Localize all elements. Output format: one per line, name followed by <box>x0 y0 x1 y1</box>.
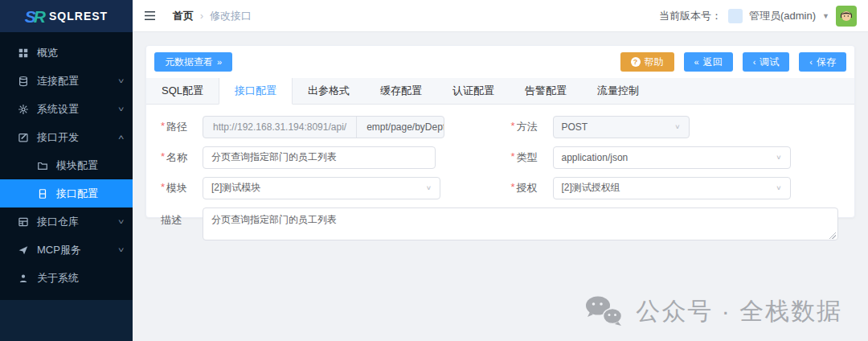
breadcrumb: 首页 › 修改接口 <box>173 9 252 23</box>
user-icon <box>18 273 29 284</box>
header-right: 当前版本号： 管理员(admin) ▼ <box>659 6 857 27</box>
module-field: *模块 [2]测试模块 ∨ <box>161 176 490 199</box>
watermark: 公众号 · 全栈数据 <box>583 294 842 328</box>
path-value[interactable]: empt/page/byDeptNo <box>357 117 444 138</box>
tab-traffic-control[interactable]: 流量控制 <box>582 78 654 104</box>
app-title: SQLREST <box>49 10 108 23</box>
sidebar-menu: 概览 连接配置 ˅ 系统设置 ˅ 接口开发 <box>0 32 133 300</box>
avatar[interactable] <box>836 6 857 27</box>
tab-sql-config[interactable]: SQL配置 <box>146 78 219 104</box>
tab-alert-config[interactable]: 告警配置 <box>510 78 582 104</box>
question-icon: ? <box>631 57 641 67</box>
sidebar-item-connections[interactable]: 连接配置 ˅ <box>0 67 133 95</box>
breadcrumb-separator: › <box>200 10 203 22</box>
send-icon <box>18 244 29 256</box>
path-input[interactable]: http://192.168.31.194:8091/api/ empt/pag… <box>203 116 444 138</box>
sidebar-item-label: 接口仓库 <box>37 215 79 229</box>
sidebar-item-label: 接口开发 <box>37 130 79 145</box>
card-toolbar: 元数据查看» ?帮助 «返回 ‹调试 ‹保存 <box>146 46 854 72</box>
required-mark: * <box>161 181 165 195</box>
gear-icon <box>18 104 29 115</box>
archive-icon <box>18 216 29 228</box>
sidebar-item-label: MCP服务 <box>37 243 81 257</box>
module-label: 模块 <box>166 181 187 195</box>
method-select[interactable]: POST ∨ <box>553 116 690 138</box>
description-field: 描述 分页查询指定部门的员工列表 <box>161 207 840 243</box>
api-config-form: *路径 http://192.168.31.194:8091/api/ empt… <box>146 105 854 254</box>
description-textarea[interactable]: 分页查询指定部门的员工列表 <box>203 207 838 240</box>
metadata-view-button[interactable]: 元数据查看» <box>154 52 232 72</box>
logo-monogram-icon: SR <box>25 8 43 25</box>
config-tabs: SQL配置 接口配置 出参格式 缓存配置 认证配置 告警配置 流量控制 <box>146 78 854 105</box>
tab-cache-config[interactable]: 缓存配置 <box>365 78 437 104</box>
version-badge <box>728 9 743 23</box>
chevron-down-icon: ˅ <box>118 246 124 254</box>
caret-down-icon: ∨ <box>776 184 781 191</box>
tab-output-format[interactable]: 出参格式 <box>293 78 365 104</box>
sidebar-item-label: 概览 <box>37 46 58 60</box>
folder-icon <box>37 160 48 171</box>
auth-select[interactable]: [2]测试授权组 ∨ <box>553 177 791 199</box>
sidebar-item-system-settings[interactable]: 系统设置 ˅ <box>0 95 133 123</box>
type-field: *类型 application/json ∨ <box>511 146 841 169</box>
type-label: 类型 <box>517 150 538 165</box>
sidebar-item-module-config[interactable]: 模块配置 <box>0 151 133 179</box>
file-icon <box>37 188 48 199</box>
caret-down-icon: ∨ <box>426 184 432 191</box>
sidebar: SR SQLREST 概览 连接配置 ˅ 系统设置 <box>0 0 133 341</box>
watermark-text: 公众号 · 全栈数据 <box>636 295 842 328</box>
caret-down-icon: ▼ <box>822 12 829 20</box>
grid-icon <box>18 47 29 59</box>
auth-value: [2]测试授权组 <box>562 181 620 195</box>
type-value: application/json <box>562 152 628 163</box>
debug-button[interactable]: ‹调试 <box>743 52 790 72</box>
tab-auth-config[interactable]: 认证配置 <box>437 78 510 104</box>
tab-api-config[interactable]: 接口配置 <box>219 78 293 105</box>
double-arrow-right-icon: » <box>217 58 222 67</box>
path-field: *路径 http://192.168.31.194:8091/api/ empt… <box>161 115 490 138</box>
sidebar-item-api-config[interactable]: 接口配置 <box>0 179 133 207</box>
double-arrow-left-icon: « <box>694 58 699 67</box>
name-field: *名称 <box>161 146 490 169</box>
sidebar-item-label: 接口配置 <box>56 187 98 201</box>
auth-field: *授权 [2]测试授权组 ∨ <box>511 176 841 199</box>
wechat-icon <box>583 294 624 328</box>
name-label: 名称 <box>166 150 187 165</box>
api-edit-card: 元数据查看» ?帮助 «返回 ‹调试 ‹保存 <box>145 45 855 218</box>
method-field: *方法 POST ∨ <box>511 115 841 138</box>
arrow-left-icon: ‹ <box>753 58 756 67</box>
caret-down-icon: ∨ <box>674 123 680 130</box>
sidebar-item-api-repo[interactable]: 接口仓库 ˅ <box>0 207 133 236</box>
user-menu-label[interactable]: 管理员(admin) <box>749 9 816 23</box>
required-mark: * <box>511 150 515 165</box>
collapse-sidebar-icon[interactable] <box>139 6 160 27</box>
version-label: 当前版本号： <box>659 9 722 23</box>
required-mark: * <box>511 181 515 195</box>
description-label: 描述 <box>161 213 182 243</box>
caret-down-icon: ∨ <box>776 154 781 161</box>
arrow-left-icon: ‹ <box>809 58 813 67</box>
name-input[interactable] <box>203 146 436 169</box>
required-mark: * <box>161 120 165 134</box>
resize-handle-icon[interactable] <box>829 232 836 239</box>
type-select[interactable]: application/json ∨ <box>553 146 791 169</box>
module-select[interactable]: [2]测试模块 ∨ <box>203 177 440 199</box>
chevron-down-icon: ˅ <box>118 105 124 113</box>
help-button[interactable]: ?帮助 <box>620 52 674 72</box>
chevron-down-icon: ˅ <box>118 218 124 226</box>
breadcrumb-home-link[interactable]: 首页 <box>173 9 194 23</box>
main-area: 首页 › 修改接口 当前版本号： 管理员(admin) ▼ 元数据查看» <box>133 0 868 341</box>
back-button[interactable]: «返回 <box>684 52 733 72</box>
method-label: 方法 <box>517 120 538 134</box>
save-button[interactable]: ‹保存 <box>799 52 846 72</box>
action-buttons: ?帮助 «返回 ‹调试 ‹保存 <box>620 52 846 72</box>
chevron-up-icon: ˄ <box>118 134 124 142</box>
sidebar-item-overview[interactable]: 概览 <box>0 39 133 67</box>
sidebar-item-mcp-service[interactable]: MCP服务 ˅ <box>0 236 133 264</box>
required-mark: * <box>161 150 165 165</box>
sidebar-item-api-dev[interactable]: 接口开发 ˄ <box>0 123 133 151</box>
path-prefix: http://192.168.31.194:8091/api/ <box>203 117 357 138</box>
edit-icon <box>18 132 29 143</box>
sidebar-item-label: 模块配置 <box>56 158 98 173</box>
sidebar-item-about[interactable]: 关于系统 <box>0 264 133 292</box>
